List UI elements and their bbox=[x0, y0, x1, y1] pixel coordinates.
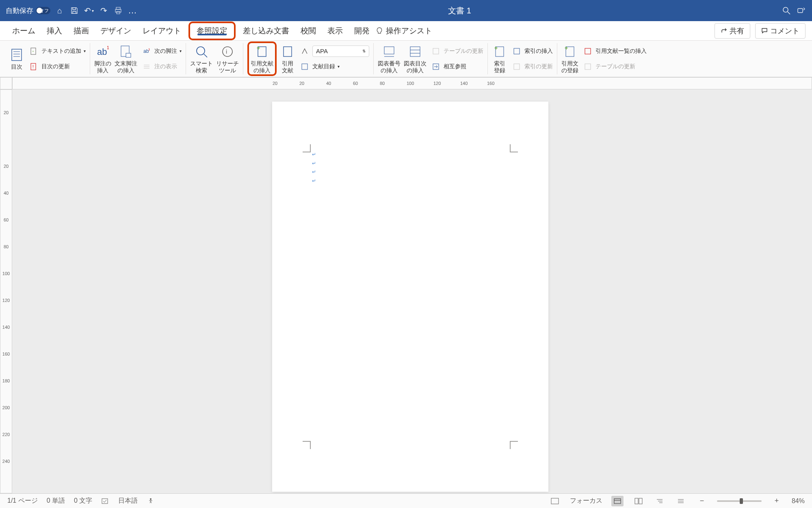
proofing-icon[interactable] bbox=[101, 497, 109, 505]
ruler-v-tick: 100 bbox=[2, 271, 10, 298]
ribbon: 目次 + テキストの追加▾ ! 目次の更新 ab1 脚注の 挿入 文末脚注 の挿… bbox=[0, 41, 812, 77]
mark-index-button[interactable]: + 索引 登録 bbox=[492, 44, 507, 74]
mark-index-label: 索引 登録 bbox=[494, 60, 505, 74]
more-icon[interactable]: … bbox=[128, 5, 138, 16]
ruler-h-tick: 140 bbox=[460, 81, 487, 86]
zoom-in-button[interactable]: + bbox=[771, 496, 783, 506]
focus-label[interactable]: フォーカス bbox=[570, 497, 602, 505]
cross-ref-label: 相互参照 bbox=[444, 63, 466, 70]
home-icon[interactable]: ⌂ bbox=[54, 5, 65, 16]
research-button[interactable]: i リサーチ ツール bbox=[216, 44, 239, 74]
mark-citation-icon: + bbox=[562, 44, 578, 59]
insert-index-icon bbox=[511, 45, 523, 57]
status-chars[interactable]: 0 文字 bbox=[74, 497, 92, 505]
status-words[interactable]: 0 単語 bbox=[47, 497, 65, 505]
autosave[interactable]: 自動保存 オフ bbox=[6, 6, 50, 15]
ribbon-options-icon[interactable] bbox=[796, 5, 806, 16]
show-notes-button[interactable]: 注の表示 bbox=[141, 61, 182, 73]
page[interactable]: ↵ ↵ ↵ ↵ bbox=[272, 102, 548, 492]
zoom-thumb[interactable] bbox=[740, 498, 743, 504]
status-page[interactable]: 1/1 ページ bbox=[7, 497, 38, 505]
insert-endnote-button[interactable]: 文末脚注 の挿入 bbox=[115, 44, 137, 74]
tab-developer[interactable]: 開発 bbox=[349, 21, 375, 40]
insert-caption-button[interactable]: 図表番号 の挿入 bbox=[378, 44, 401, 74]
table-figures-button[interactable]: 図表目次 の挿入 bbox=[404, 44, 427, 74]
tab-home[interactable]: ホーム bbox=[6, 21, 41, 40]
print-icon[interactable] bbox=[113, 5, 123, 16]
undo-icon[interactable]: ↶▾ bbox=[84, 5, 94, 16]
mark-citation-button[interactable]: + 引用文 の登録 bbox=[561, 44, 578, 74]
update-table-icon bbox=[430, 45, 442, 57]
citation-style[interactable]: APA ⇅ bbox=[299, 45, 369, 57]
ruler-vertical[interactable]: 20 20 40 60 80 100 120 140 160 180 200 2… bbox=[0, 89, 12, 493]
autosave-toggle[interactable]: オフ bbox=[36, 7, 50, 14]
svg-point-47 bbox=[150, 498, 152, 500]
redo-icon[interactable]: ↷ bbox=[98, 5, 109, 16]
tab-layout[interactable]: レイアウト bbox=[137, 21, 187, 40]
tab-design[interactable]: デザイン bbox=[95, 21, 137, 40]
svg-rect-46 bbox=[102, 499, 108, 504]
margin-mark-tl bbox=[303, 144, 311, 152]
ruler-corner bbox=[0, 77, 12, 89]
tab-view[interactable]: 表示 bbox=[322, 21, 349, 40]
svg-rect-2 bbox=[117, 11, 120, 14]
document-title: 文書 1 bbox=[142, 5, 777, 16]
tell-me[interactable]: 操作アシスト bbox=[375, 26, 432, 36]
insert-index-button[interactable]: 索引の挿入 bbox=[511, 45, 553, 57]
status-language[interactable]: 日本語 bbox=[118, 497, 138, 505]
share-button[interactable]: 共有 bbox=[715, 23, 750, 39]
statusbar: 1/1 ページ 0 単語 0 文字 日本語 フォーカス − + 84% bbox=[0, 493, 812, 508]
tab-mailings[interactable]: 差し込み文書 bbox=[237, 21, 295, 40]
paragraph-mark: ↵ bbox=[312, 168, 316, 177]
svg-text:+: + bbox=[494, 45, 498, 51]
view-web-layout[interactable] bbox=[632, 496, 645, 506]
ruler-horizontal[interactable]: 20 20 40 60 80 100 120 140 160 bbox=[12, 77, 812, 89]
bibliography-label: 文献目録 bbox=[312, 63, 335, 70]
update-index-button[interactable]: 索引の更新 bbox=[511, 61, 553, 73]
autosave-state: オフ bbox=[40, 8, 49, 14]
tab-insert[interactable]: 挿入 bbox=[41, 21, 68, 40]
ruler-v-tick: 140 bbox=[2, 325, 10, 352]
save-icon[interactable] bbox=[69, 5, 80, 16]
tab-review[interactable]: 校閲 bbox=[295, 21, 322, 40]
view-outline[interactable] bbox=[654, 496, 666, 506]
highlight-insert-citation: + 引用文献 の挿入 bbox=[247, 41, 277, 76]
update-captions-table-button[interactable]: テーブルの更新 bbox=[430, 45, 483, 57]
zoom-out-button[interactable]: − bbox=[696, 496, 708, 506]
view-print-layout[interactable] bbox=[611, 496, 624, 506]
research-label: リサーチ ツール bbox=[216, 60, 239, 74]
page-content[interactable]: ↵ ↵ ↵ ↵ bbox=[312, 150, 316, 185]
ribbon-tabs: ホーム 挿入 描画 デザイン レイアウト 参照設定 差し込み文書 校閲 表示 開… bbox=[0, 21, 812, 41]
zoom-value[interactable]: 84% bbox=[792, 497, 805, 505]
group-research: スマート 検索 i リサーチ ツール bbox=[186, 43, 243, 74]
search-icon[interactable] bbox=[781, 5, 792, 16]
next-footnote-button[interactable]: ab1 次の脚注▾ bbox=[141, 45, 182, 57]
ruler-v-tick: 60 bbox=[4, 217, 9, 244]
focus-mode-button[interactable] bbox=[549, 496, 561, 506]
autosave-label: 自動保存 bbox=[6, 6, 33, 15]
insert-footnote-button[interactable]: ab1 脚注の 挿入 bbox=[94, 44, 111, 74]
smart-lookup-button[interactable]: スマート 検索 bbox=[190, 44, 213, 74]
view-draft[interactable] bbox=[675, 496, 687, 506]
tab-references[interactable]: 参照設定 bbox=[193, 24, 232, 38]
toc-button[interactable]: 目次 bbox=[9, 47, 24, 70]
style-select[interactable]: APA ⇅ bbox=[312, 46, 369, 57]
table-figures-label: 図表目次 の挿入 bbox=[404, 60, 427, 74]
update-authorities-button[interactable]: テーブルの更新 bbox=[582, 61, 647, 73]
bibliography-button[interactable]: 文献目録▾ bbox=[299, 61, 369, 73]
tab-draw[interactable]: 描画 bbox=[68, 21, 95, 40]
cross-reference-button[interactable]: 相互参照 bbox=[430, 61, 483, 73]
add-text-button[interactable]: + テキストの追加▾ bbox=[28, 45, 86, 57]
insert-citation-button[interactable]: + 引用文献 の挿入 bbox=[251, 44, 273, 74]
update-toc-button[interactable]: ! 目次の更新 bbox=[28, 61, 86, 73]
insert-authorities-button[interactable]: 引用文献一覧の挿入 bbox=[582, 45, 647, 57]
document-canvas[interactable]: ↵ ↵ ↵ ↵ bbox=[12, 89, 812, 493]
zoom-slider[interactable] bbox=[717, 500, 762, 502]
ruler-h-tick: 60 bbox=[353, 81, 380, 86]
comments-button[interactable]: コメント bbox=[755, 23, 806, 39]
accessibility-icon[interactable] bbox=[147, 497, 155, 505]
citations-button[interactable]: 引用 文献 bbox=[280, 44, 295, 74]
svg-point-23 bbox=[197, 47, 205, 55]
svg-text:1: 1 bbox=[148, 48, 150, 51]
show-notes-icon bbox=[141, 61, 153, 73]
